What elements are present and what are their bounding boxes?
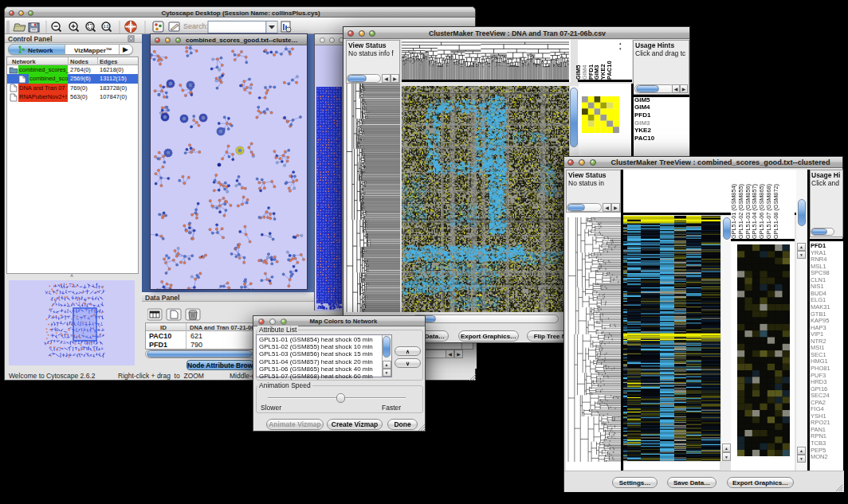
svg-text:1:1: 1:1 <box>103 24 108 29</box>
svg-text:Search:: Search: <box>183 22 208 30</box>
